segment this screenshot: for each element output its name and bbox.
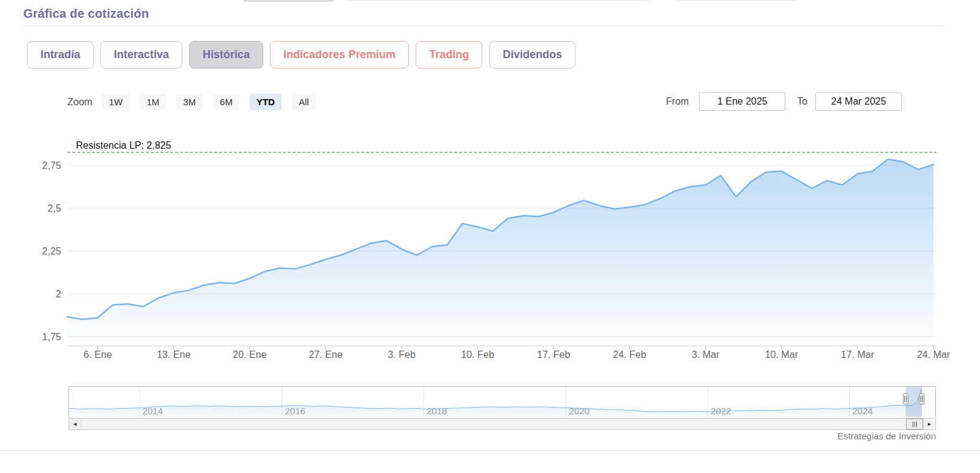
y-axis-label: 2,5	[48, 203, 61, 214]
x-axis-label: 13. Ene	[157, 349, 190, 360]
y-axis-label: 2	[56, 289, 61, 299]
scrollbar-left-arrow-icon[interactable]: ◄	[69, 419, 81, 430]
scrollbar-grip-icon	[916, 422, 917, 427]
x-axis-label: 3. Feb	[387, 349, 415, 360]
x-axis-label: 17. Feb	[537, 349, 570, 360]
navigator-left-handle[interactable]	[903, 394, 908, 404]
x-axis-label: 3. Mar	[692, 349, 720, 360]
x-axis-label: 10. Feb	[461, 349, 494, 360]
resistance-label: Resistencia LP: 2,825	[76, 140, 171, 151]
scrollbar-thumb[interactable]	[906, 419, 923, 430]
scrollbar-right-arrow-icon[interactable]: ►	[923, 419, 935, 430]
scrollbar-grip-icon	[913, 422, 913, 427]
x-axis-label: 6. Ene	[84, 349, 112, 360]
navigator-area	[69, 388, 922, 417]
x-axis-label: 24. Feb	[613, 349, 646, 360]
navigator-scrollbar[interactable]: ◄ ►	[69, 418, 936, 430]
x-axis-ticks: 6. Ene13. Ene20. Ene27. Ene3. Feb10. Feb…	[84, 346, 951, 360]
quote-chart-widget: Gráfica de cotización Intradía Interacti…	[0, 0, 980, 473]
x-axis-label: 10. Mar	[765, 349, 799, 360]
y-axis-label: 2,25	[42, 246, 61, 256]
navigator-right-handle[interactable]	[919, 394, 924, 404]
x-axis-label: 20. Ene	[233, 349, 266, 360]
x-axis-label: 24. Mar	[917, 349, 951, 360]
watermark: Estrategias de Inversión	[837, 431, 936, 441]
price-area	[67, 159, 933, 346]
x-axis-label: 27. Ene	[309, 349, 342, 360]
stock-chart: 1,7522,252,52,75 Resistencia LP: 2,825 6…	[0, 0, 980, 473]
y-axis-label: 1,75	[42, 332, 61, 342]
bottom-divider	[0, 450, 980, 451]
x-axis-label: 17. Mar	[841, 349, 875, 360]
scrollbar-grip-icon	[915, 422, 915, 427]
y-axis-label: 2,75	[42, 160, 61, 171]
